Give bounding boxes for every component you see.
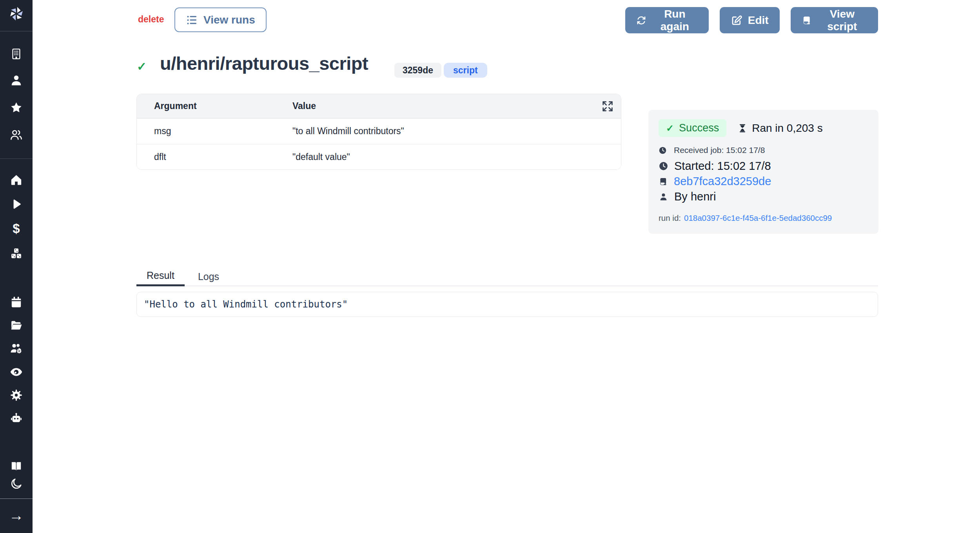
folder-open-icon[interactable]	[10, 319, 23, 332]
page-title: u/henri/rapturous_script	[160, 53, 368, 74]
building-icon[interactable]	[10, 47, 23, 60]
view-runs-label: View runs	[203, 14, 255, 26]
hash-badge: 3259de	[394, 63, 441, 78]
edit-button[interactable]: Edit	[720, 7, 780, 33]
column-value: Value	[292, 101, 316, 111]
table-row: dflt "default value"	[137, 144, 621, 169]
expand-icon[interactable]	[601, 100, 614, 113]
result-tabs: Result Logs	[136, 267, 878, 286]
robot-icon[interactable]	[10, 412, 23, 425]
view-runs-button[interactable]: View runs	[174, 7, 267, 32]
status-badge: ✓ Success	[659, 119, 726, 137]
result-output-box: "Hello to all Windmill contributors"	[136, 292, 878, 317]
received-job-row: Received job: 15:02 17/8	[659, 146, 868, 155]
run-info-card: ✓ Success Ran in 0,203 s Received job: 1…	[648, 110, 878, 234]
users-icon[interactable]	[10, 128, 23, 141]
result-output: "Hello to all Windmill contributors"	[144, 299, 348, 310]
sidebar: $	[0, 0, 33, 533]
book-icon[interactable]	[10, 460, 23, 473]
run-by-text: By henri	[674, 190, 716, 203]
arguments-table-header: Argument Value	[137, 94, 621, 118]
table-row: msg "to all Windmill contributors"	[137, 118, 621, 144]
calendar-icon[interactable]	[10, 296, 23, 309]
refresh-icon	[636, 15, 646, 26]
list-icon	[186, 14, 198, 26]
clock-icon	[659, 146, 667, 155]
script-type-badge: script	[444, 63, 487, 78]
arg-value: "to all Windmill contributors"	[292, 126, 404, 136]
sidebar-divider	[0, 31, 33, 31]
gear-icon[interactable]	[10, 389, 23, 402]
check-icon: ✓	[666, 123, 674, 134]
started-text: Started: 15:02 17/8	[674, 160, 771, 173]
success-check-icon: ✓	[137, 60, 147, 73]
received-job-text: Received job: 15:02 17/8	[674, 146, 765, 155]
user-icon[interactable]	[10, 74, 23, 87]
job-hash-link[interactable]: 8eb7fca32d3259de	[674, 175, 771, 188]
user-icon	[659, 192, 668, 202]
toolbar-actions: Run again Edit View script	[625, 7, 878, 33]
edit-label: Edit	[748, 14, 769, 27]
cubes-icon[interactable]	[10, 247, 23, 260]
play-icon[interactable]	[10, 198, 23, 211]
arg-value: "default value"	[292, 152, 350, 162]
clock-icon	[659, 161, 668, 171]
scroll-icon	[802, 15, 812, 26]
delete-button[interactable]: delete	[138, 14, 164, 25]
run-by-row: By henri	[659, 190, 868, 203]
users-gear-icon[interactable]	[10, 342, 23, 355]
sidebar-divider	[0, 498, 33, 499]
run-id-link[interactable]: 018a0397-6c1e-f45a-6f1e-5edad360cc99	[684, 213, 832, 222]
hourglass-icon	[737, 123, 748, 133]
arguments-table: Argument Value msg "to all Windmill cont…	[136, 94, 621, 170]
eye-icon[interactable]	[10, 366, 23, 378]
status-label: Success	[679, 122, 719, 134]
arrow-right-icon[interactable]: →	[10, 509, 23, 522]
home-icon[interactable]	[10, 173, 23, 186]
windmill-run-page: $	[0, 0, 980, 533]
moon-icon[interactable]	[10, 477, 23, 490]
tab-result[interactable]: Result	[136, 267, 185, 286]
scroll-icon	[659, 177, 668, 186]
job-hash-row: 8eb7fca32d3259de	[659, 175, 868, 188]
tab-logs[interactable]: Logs	[188, 267, 229, 286]
view-script-label: View script	[817, 8, 867, 33]
star-icon[interactable]	[10, 101, 23, 114]
dollar-icon[interactable]: $	[10, 222, 23, 235]
started-row: Started: 15:02 17/8	[659, 160, 868, 173]
run-again-button[interactable]: Run again	[625, 7, 709, 33]
windmill-logo[interactable]	[7, 4, 26, 23]
view-script-button[interactable]: View script	[791, 7, 878, 33]
sidebar-divider	[0, 158, 33, 159]
arg-name: msg	[137, 126, 292, 136]
edit-icon	[731, 15, 742, 26]
run-id-label: run id:	[659, 213, 681, 222]
arg-name: dflt	[137, 152, 292, 162]
run-duration: Ran in 0,203 s	[737, 122, 823, 135]
column-argument: Argument	[137, 101, 292, 111]
run-id-row: run id:018a0397-6c1e-f45a-6f1e-5edad360c…	[659, 213, 868, 223]
run-again-label: Run again	[652, 8, 698, 33]
